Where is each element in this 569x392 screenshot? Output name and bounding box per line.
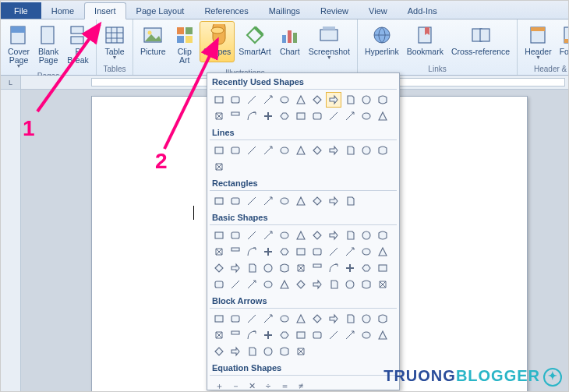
shape-option[interactable] bbox=[326, 244, 341, 260]
shape-option[interactable] bbox=[244, 344, 260, 359]
shape-option[interactable] bbox=[260, 92, 276, 108]
shape-option[interactable] bbox=[342, 277, 358, 292]
shape-option[interactable] bbox=[359, 228, 374, 243]
shape-option[interactable] bbox=[309, 193, 325, 209]
shape-option[interactable] bbox=[244, 108, 260, 124]
shapes-button[interactable]: Shapes▼ bbox=[200, 21, 235, 62]
shape-option[interactable] bbox=[260, 311, 276, 327]
bookmark-button[interactable]: Bookmark bbox=[403, 21, 447, 59]
shape-option[interactable] bbox=[309, 108, 325, 124]
shape-option[interactable] bbox=[326, 193, 341, 209]
shape-option[interactable] bbox=[244, 260, 260, 276]
shape-option[interactable] bbox=[293, 92, 309, 108]
shape-option[interactable] bbox=[211, 143, 227, 158]
cover-page-button[interactable]: Cover Page▼ bbox=[4, 21, 34, 71]
tab-addins[interactable]: Add-Ins bbox=[398, 2, 447, 19]
shape-option[interactable] bbox=[359, 311, 374, 327]
chart-button[interactable]: Chart bbox=[275, 21, 305, 59]
shape-option[interactable] bbox=[293, 344, 309, 359]
shape-option[interactable] bbox=[211, 92, 227, 108]
shape-option[interactable] bbox=[244, 277, 260, 292]
page-break-button[interactable]: P Break bbox=[63, 21, 93, 68]
shape-option[interactable] bbox=[293, 277, 309, 292]
shape-option[interactable] bbox=[293, 228, 309, 243]
shape-option[interactable] bbox=[293, 244, 309, 260]
shape-option[interactable] bbox=[309, 143, 325, 158]
shape-option[interactable] bbox=[375, 277, 391, 292]
shape-option[interactable]: ÷ bbox=[260, 378, 276, 390]
shape-option[interactable] bbox=[211, 159, 227, 175]
shape-option[interactable] bbox=[309, 311, 325, 327]
shape-option[interactable] bbox=[359, 277, 374, 292]
shapes-dropdown-menu[interactable]: Recently Used ShapesLinesRectanglesBasic… bbox=[207, 72, 400, 390]
shape-option[interactable] bbox=[342, 108, 358, 124]
shape-option[interactable] bbox=[277, 260, 292, 276]
shape-option[interactable] bbox=[359, 92, 374, 108]
shape-option[interactable] bbox=[309, 327, 325, 343]
shape-option[interactable] bbox=[228, 327, 243, 343]
shape-option[interactable] bbox=[309, 277, 325, 292]
screenshot-button[interactable]: Screenshot▼ bbox=[305, 21, 354, 62]
tab-home[interactable]: Home bbox=[41, 2, 84, 19]
shape-option[interactable] bbox=[228, 193, 243, 209]
shape-option[interactable] bbox=[326, 327, 341, 343]
shape-option[interactable] bbox=[277, 228, 292, 243]
shape-option[interactable] bbox=[375, 228, 391, 243]
shape-option[interactable] bbox=[359, 143, 374, 158]
shape-option[interactable] bbox=[342, 228, 358, 243]
shape-option[interactable] bbox=[359, 108, 374, 124]
shape-option[interactable]: ✕ bbox=[244, 378, 260, 390]
shape-option[interactable] bbox=[260, 327, 276, 343]
shape-option[interactable] bbox=[260, 244, 276, 260]
shape-option[interactable] bbox=[228, 260, 243, 276]
shape-option[interactable] bbox=[260, 260, 276, 276]
shape-option[interactable] bbox=[260, 344, 276, 359]
shape-option[interactable] bbox=[309, 228, 325, 243]
shape-option[interactable] bbox=[326, 143, 341, 158]
cross-reference-button[interactable]: Cross-reference bbox=[447, 21, 514, 59]
shape-option[interactable] bbox=[277, 327, 292, 343]
shape-option[interactable] bbox=[211, 277, 227, 292]
shape-option[interactable] bbox=[293, 193, 309, 209]
shape-option[interactable] bbox=[326, 277, 341, 292]
shape-option[interactable] bbox=[375, 92, 391, 108]
tab-references[interactable]: References bbox=[194, 2, 258, 19]
table-button[interactable]: Table▼ bbox=[100, 21, 129, 62]
header-button[interactable]: Header▼ bbox=[521, 21, 555, 62]
shape-option[interactable] bbox=[375, 244, 391, 260]
shape-option[interactable] bbox=[211, 327, 227, 343]
shape-option[interactable] bbox=[309, 260, 325, 276]
shape-option[interactable] bbox=[211, 228, 227, 243]
shape-option[interactable] bbox=[228, 244, 243, 260]
shape-option[interactable] bbox=[228, 143, 243, 158]
shape-option[interactable]: － bbox=[228, 378, 243, 390]
hyperlink-button[interactable]: Hyperlink bbox=[361, 21, 403, 59]
shape-option[interactable] bbox=[228, 108, 243, 124]
shape-option[interactable] bbox=[260, 228, 276, 243]
shape-option[interactable] bbox=[326, 92, 341, 108]
shape-option[interactable]: ＋ bbox=[211, 378, 227, 390]
shape-option[interactable] bbox=[359, 327, 374, 343]
shape-option[interactable] bbox=[244, 228, 260, 243]
shape-option[interactable] bbox=[293, 143, 309, 158]
smartart-button[interactable]: SmartArt bbox=[235, 21, 274, 59]
shape-option[interactable] bbox=[211, 260, 227, 276]
shape-option[interactable] bbox=[228, 92, 243, 108]
shape-option[interactable] bbox=[244, 143, 260, 158]
shape-option[interactable] bbox=[277, 277, 292, 292]
shape-option[interactable] bbox=[228, 277, 243, 292]
shape-option[interactable] bbox=[244, 311, 260, 327]
tab-view[interactable]: View bbox=[359, 2, 398, 19]
shape-option[interactable] bbox=[211, 244, 227, 260]
shape-option[interactable] bbox=[359, 260, 374, 276]
shape-option[interactable]: ≠ bbox=[293, 378, 309, 390]
shape-option[interactable] bbox=[260, 108, 276, 124]
shape-option[interactable] bbox=[244, 327, 260, 343]
tab-insert[interactable]: Insert bbox=[84, 2, 126, 19]
shape-option[interactable] bbox=[244, 244, 260, 260]
shape-option[interactable] bbox=[293, 108, 309, 124]
shape-option[interactable] bbox=[342, 92, 358, 108]
shape-option[interactable] bbox=[277, 244, 292, 260]
shape-option[interactable] bbox=[277, 92, 292, 108]
shape-option[interactable] bbox=[375, 311, 391, 327]
